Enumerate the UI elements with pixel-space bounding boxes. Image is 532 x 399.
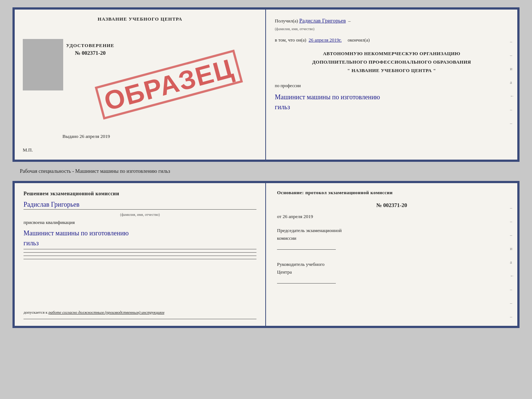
bottom-fio-label: (фамилия, имя, отчество) [24, 213, 256, 217]
bottom-profession-handwritten: Машинист машины по изготовлению гильз [24, 228, 256, 249]
mp-line: М.П. [23, 147, 33, 153]
assigned-label: присвоена квалификация [24, 220, 256, 225]
dopuskaetsya-text: работе согласно должностным (производств… [48, 310, 164, 314]
org-line2: ДОПОЛНИТЕЛЬНОГО ПРОФЕССИОНАЛЬНОГО ОБРАЗО… [312, 59, 471, 65]
org-line1: АВТОНОМНУЮ НЕКОММЕРЧЕСКУЮ ОРГАНИЗАЦИЮ [323, 51, 460, 56]
bottom-doc-right: Основание: протокол экзаменационной коми… [266, 183, 517, 326]
okonchil-label: окончил(а) [348, 37, 370, 43]
profession-label-top: по профессии [275, 83, 508, 89]
vydano-line: Выдано 26 апреля 2019 [62, 133, 110, 139]
rukovoditel-block: Руководитель учебного Центра [277, 261, 506, 286]
top-document: НАЗВАНИЕ УЧЕБНОГО ЦЕНТРА УДОСТОВЕРЕНИЕ №… [12, 7, 520, 162]
dopuskaetsya-label: допускается к [24, 310, 47, 314]
rukovoditel-signature-line [277, 276, 336, 284]
obrazets-stamp: ОБРАЗЕЦ [95, 50, 243, 120]
dopuskaetsya-block: допускается к работе согласно должностны… [24, 309, 256, 316]
org-block: АВТОНОМНУЮ НЕКОММЕРЧЕСКУЮ ОРГАНИЗАЦИЮ ДО… [275, 49, 508, 75]
vtom-date: 26 апреля 2019г. [309, 37, 342, 43]
chairman-label1: Председатель экзаменационной [277, 228, 342, 233]
bottom-name-handwritten: Радислав Григорьев [24, 201, 256, 210]
bottom-doc-left: Решением экзаменационной комиссии Радисл… [15, 183, 266, 326]
right-dashes-bottom: – – – и а ← – – – [510, 205, 514, 320]
chairman-label2: комиссии [277, 235, 296, 241]
protocol-date-line: от 26 апреля 2019 [277, 214, 506, 220]
poluchil-name: Радислав Григорьев [299, 18, 346, 24]
photo-placeholder [23, 39, 63, 90]
date-prefix: от [277, 214, 281, 219]
hr1 [24, 252, 256, 253]
osnov-heading: Основание: протокол экзаменационной коми… [277, 190, 506, 196]
fio-label-top: (фамилия, имя, отчество) [275, 27, 314, 31]
chairman-block: Председатель экзаменационной комиссии [277, 227, 506, 252]
top-doc-left: НАЗВАНИЕ УЧЕБНОГО ЦЕНТРА УДОСТОВЕРЕНИЕ №… [15, 10, 266, 160]
hr4 [24, 319, 256, 319]
poluchil-label: Получил(a) [275, 18, 298, 24]
vydano-label: Выдано [62, 133, 78, 139]
rukovoditel-label1: Руководитель учебного [277, 261, 324, 267]
poluchil-line: Получил(a) Радислав Григорьев – (фамилия… [275, 16, 508, 33]
vydano-date: 26 апреля 2019 [80, 133, 110, 139]
rukovoditel-label2: Центра [277, 269, 292, 275]
udostoverenie-number: № 002371-20 [66, 50, 114, 56]
between-label: Рабочая специальность - Машинист машины … [20, 168, 170, 174]
vtom-label: в том, что он(а) [275, 37, 306, 43]
chairman-signature-line [277, 242, 336, 250]
protocol-number: № 002371-20 [277, 202, 506, 209]
vtom-line: в том, что он(а) 26 апреля 2019г. окончи… [275, 36, 508, 44]
date-value: 26 апреля 2019 [283, 214, 313, 219]
org-quote-close: " [433, 68, 436, 73]
hr2 [24, 256, 256, 256]
center-name-heading: НАЗВАНИЕ УЧЕБНОГО ЦЕНТРА [98, 16, 183, 22]
org-quote-open: " [347, 68, 350, 73]
hr3 [24, 259, 256, 259]
udostoverenie-block: УДОСТОВЕРЕНИЕ № 002371-20 [66, 43, 114, 56]
udostoverenie-title: УДОСТОВЕРЕНИЕ [66, 43, 114, 49]
right-dashes-top: – – и а ← – – [510, 39, 514, 126]
bottom-heading: Решением экзаменационной комиссии [24, 190, 256, 198]
org-name: НАЗВАНИЕ УЧЕБНОГО ЦЕНТРА [352, 68, 432, 73]
top-doc-right: Получил(a) Радислав Григорьев – (фамилия… [266, 10, 517, 160]
profession-handwritten-top: Машинист машины по изготовлению гильз [275, 92, 508, 112]
bottom-document: Решением экзаменационной комиссии Радисл… [12, 181, 520, 328]
